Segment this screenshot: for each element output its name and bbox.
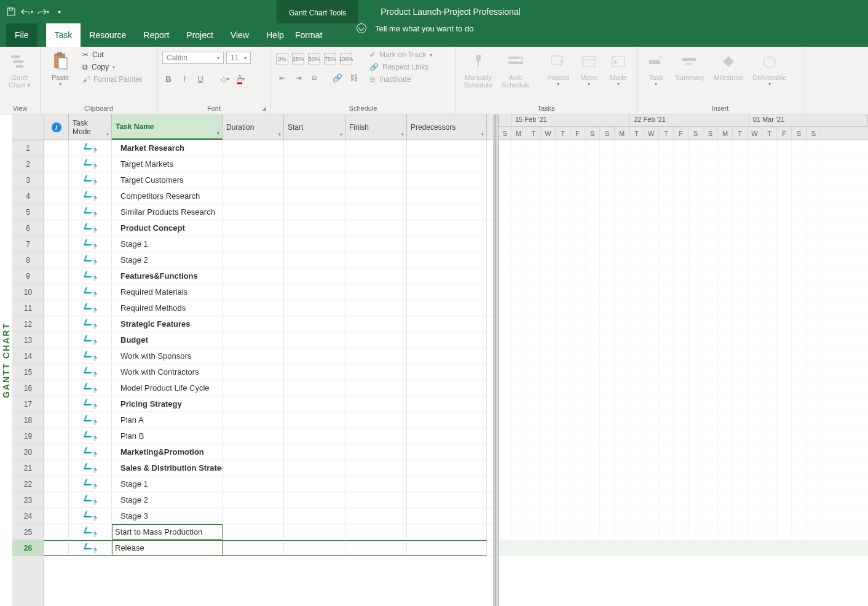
cell-finish[interactable] [345,188,407,204]
cell-task-mode[interactable]: ? [69,380,112,396]
timeline-row[interactable] [499,220,868,236]
row-header[interactable]: 12 [12,316,44,332]
font-color-button[interactable]: A▾ [235,73,247,85]
table-row[interactable]: ?Stage 2 [44,252,493,268]
cell-predecessors[interactable] [407,188,487,204]
cell-task-name[interactable]: Work with Sponsors [112,348,223,364]
cell-finish[interactable] [345,236,407,252]
timeline-row[interactable] [499,156,868,172]
cell-duration[interactable] [223,172,284,188]
cell-task-mode[interactable]: ? [69,540,112,556]
cell-predecessors[interactable] [407,540,487,556]
cell-duration[interactable] [223,284,284,300]
cell-task-mode[interactable]: ? [69,220,112,236]
row-header[interactable]: 7 [12,236,44,252]
table-row[interactable]: ?Product Concept [44,220,493,236]
table-row[interactable]: ?Work with Sponsors [44,348,493,364]
mode-button[interactable]: Mode▾ [605,49,632,87]
timeline-row[interactable] [499,364,868,380]
pct100-button[interactable]: 100% [340,53,352,65]
cell-start[interactable] [284,476,345,492]
col-start[interactable]: Start▾ [284,114,345,140]
insert-task-button[interactable]: Task▾ [642,49,669,87]
timeline-row[interactable] [499,140,868,156]
table-row[interactable]: ?Work with Contractors [44,364,493,380]
timeline-row[interactable] [499,332,868,348]
cell-task-mode[interactable]: ? [69,412,112,428]
cell-task-name[interactable]: Target Markets [112,156,223,172]
cell-finish[interactable] [345,364,407,380]
cut-button[interactable]: ✂Cut [80,49,144,60]
timeline-row[interactable] [499,316,868,332]
cell-info[interactable] [44,380,69,396]
cell-task-name[interactable]: Features&Functions [112,268,223,284]
row-header[interactable]: 16 [12,380,44,396]
cell-finish[interactable] [345,140,407,156]
cell-info[interactable] [44,284,69,300]
cell-start[interactable] [284,460,345,476]
mark-on-track-button[interactable]: ✔Mark on Track▾ [367,49,435,60]
timeline-row[interactable] [499,284,868,300]
timeline-pane[interactable]: 15 Feb '2122 Feb '2101 Mar '21 SMTWTFSSM… [499,114,868,606]
cell-predecessors[interactable] [407,300,487,316]
cell-duration[interactable] [223,204,284,220]
insert-milestone-button[interactable]: Milestone [710,49,747,81]
font-size-select[interactable]: 11▾ [226,52,251,64]
cell-predecessors[interactable] [407,332,487,348]
row-header[interactable]: 2 [12,156,44,172]
table-row[interactable]: ?Model Product Life Cycle [44,380,493,396]
cell-finish[interactable] [345,156,407,172]
fill-color-button[interactable]: ◇▾ [219,73,231,85]
cell-duration[interactable] [223,380,284,396]
cell-duration[interactable] [223,412,284,428]
qat-customize-icon[interactable]: ▾ [53,6,65,18]
cell-task-name[interactable]: Model Product Life Cycle [112,380,223,396]
cell-info[interactable] [44,412,69,428]
cell-info[interactable] [44,476,69,492]
cell-duration[interactable] [223,156,284,172]
cell-finish[interactable] [345,428,407,444]
row-header[interactable]: 24 [12,508,44,524]
cell-start[interactable] [284,524,345,540]
cell-duration[interactable] [223,508,284,524]
table-row[interactable]: ?Similar Products Research [44,204,493,220]
cell-predecessors[interactable] [407,204,487,220]
cell-task-name[interactable]: Competitors Research [112,188,223,204]
cell-predecessors[interactable] [407,252,487,268]
cell-start[interactable] [284,156,345,172]
row-header[interactable]: 19 [12,428,44,444]
table-row[interactable]: ?Required Materials [44,284,493,300]
cell-duration[interactable] [223,236,284,252]
timeline-row[interactable] [499,524,868,540]
cell-task-mode[interactable]: ? [69,236,112,252]
timeline-row[interactable] [499,348,868,364]
cell-info[interactable] [44,444,69,460]
cell-task-name[interactable]: Required Methods [112,300,223,316]
tab-resource[interactable]: Resource [81,23,135,47]
tab-report[interactable]: Report [135,23,178,47]
redo-icon[interactable]: ▾ [37,6,49,18]
cell-start[interactable] [284,236,345,252]
cell-task-name[interactable]: Budget [112,332,223,348]
cell-predecessors[interactable] [407,220,487,236]
row-header[interactable]: 25 [12,524,44,540]
cell-info[interactable] [44,508,69,524]
cell-start[interactable] [284,332,345,348]
tab-task[interactable]: Task [46,23,81,47]
cell-duration[interactable] [223,460,284,476]
cell-task-mode[interactable]: ? [69,476,112,492]
cell-task-mode[interactable]: ? [69,348,112,364]
timeline-row[interactable] [499,476,868,492]
task-grid[interactable]: i Task Mode▾ Task Name▾ Duration▾ Start▾… [44,114,493,606]
cell-finish[interactable] [345,380,407,396]
timeline-row[interactable] [499,188,868,204]
table-row[interactable]: ?Stage 1 [44,476,493,492]
cell-task-name[interactable]: Required Materials [112,284,223,300]
cell-task-name[interactable]: Similar Products Research [112,204,223,220]
row-header[interactable]: 3 [12,172,44,188]
unlink-button[interactable]: ⛓ [347,71,360,84]
cell-finish[interactable] [345,476,407,492]
table-row[interactable]: ?Stage 3 [44,508,493,524]
cell-task-name[interactable]: Work with Contractors [112,364,223,380]
timeline-row[interactable] [499,268,868,284]
